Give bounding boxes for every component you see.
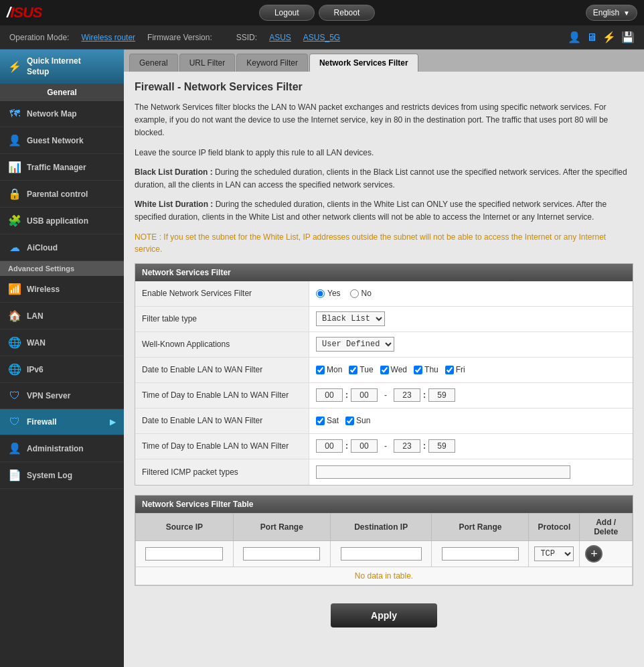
ssid1-value: ASUS [269, 33, 291, 42]
no-data-row: No data in table. [136, 567, 633, 585]
weekday-to-hour[interactable] [394, 388, 420, 402]
dest-ip-input[interactable] [341, 547, 422, 561]
col-port-range-src: Port Range [233, 513, 330, 540]
cell-add-delete: + [580, 540, 633, 567]
sun-checkbox[interactable] [345, 417, 354, 425]
tue-checkbox[interactable] [349, 366, 357, 374]
add-row-button[interactable]: + [585, 545, 602, 563]
port-range-src-input[interactable] [243, 547, 320, 561]
sidebar-item-firewall[interactable]: 🛡 Firewall [0, 409, 124, 435]
guest-network-icon: 👤 [8, 134, 21, 147]
filter-table-header: Network Services Filter Table [135, 496, 633, 513]
tab-keyword-filter[interactable]: Keyword Filter [236, 54, 308, 72]
enable-filter-no-radio[interactable] [350, 289, 359, 298]
tab-general[interactable]: General [129, 54, 178, 72]
screen-icon: 🖥 [586, 31, 597, 44]
sidebar-item-wireless[interactable]: 📶 Wireless [0, 276, 124, 303]
disk-icon: 💾 [621, 31, 635, 44]
apply-button[interactable]: Apply [331, 603, 437, 627]
col-source-ip: Source IP [136, 513, 234, 540]
icmp-input[interactable] [316, 465, 570, 479]
enable-filter-yes[interactable]: Yes [316, 289, 341, 298]
sidebar-item-system-log[interactable]: 📄 System Log [0, 462, 124, 489]
weekday-from-minute[interactable] [351, 388, 378, 402]
sidebar-item-traffic-manager[interactable]: 📊 Traffic Manager [0, 154, 124, 181]
tabs-bar: General URL Filter Keyword Filter Networ… [124, 50, 644, 72]
enable-filter-row: Enable Network Services Filter Yes No [135, 281, 633, 307]
language-selector[interactable]: English ▼ [586, 5, 637, 21]
aicloud-icon: ☁ [8, 241, 21, 254]
wed-checkbox-item[interactable]: Wed [380, 365, 407, 374]
description-2: Leave the source IP field blank to apply… [135, 147, 633, 159]
filter-table-type-select[interactable]: Black List White List [316, 311, 385, 326]
sidebar-item-usb-application[interactable]: 🧩 USB application [0, 208, 124, 234]
thu-checkbox[interactable] [414, 366, 422, 374]
mon-checkbox[interactable] [316, 366, 325, 374]
quick-internet-setup[interactable]: ⚡ Quick InternetSetup [0, 50, 124, 84]
sidebar-item-administration[interactable]: 👤 Administration [0, 435, 124, 462]
cell-source-ip [136, 540, 234, 567]
traffic-manager-icon: 📊 [8, 161, 21, 173]
parental-control-icon: 🔒 [8, 188, 21, 200]
sidebar-item-label: Network Map [27, 109, 77, 119]
fri-checkbox[interactable] [445, 366, 454, 374]
wan-icon: 🌐 [8, 336, 21, 349]
sun-checkbox-item[interactable]: Sun [345, 416, 370, 425]
sidebar-item-aicloud[interactable]: ☁ AiCloud [0, 234, 124, 261]
sidebar-item-parental-control[interactable]: 🔒 Parental control [0, 181, 124, 208]
tue-checkbox-item[interactable]: Tue [349, 365, 373, 374]
operation-mode-value: Wireless router [81, 33, 135, 42]
sidebar-item-lan[interactable]: 🏠 LAN [0, 303, 124, 329]
source-ip-input[interactable] [145, 547, 223, 561]
fri-checkbox-item[interactable]: Fri [445, 365, 465, 374]
sidebar-item-vpn-server[interactable]: 🛡 VPN Server [0, 383, 124, 409]
wireless-icon: 📶 [8, 283, 21, 295]
ssid2-value: ASUS_5G [303, 33, 340, 42]
reboot-button[interactable]: Reboot [319, 5, 376, 21]
sidebar-item-wan[interactable]: 🌐 WAN [0, 329, 124, 356]
sidebar-item-guest-network[interactable]: 👤 Guest Network [0, 127, 124, 154]
page-content: Firewall - Network Services Filter The N… [124, 72, 644, 645]
logout-button[interactable]: Logout [259, 5, 315, 21]
sidebar-item-network-map[interactable]: 🗺 Network Map [0, 101, 124, 127]
thu-checkbox-item[interactable]: Thu [414, 365, 438, 374]
enable-filter-yes-radio[interactable] [316, 289, 325, 298]
sidebar-item-label: USB application [27, 216, 88, 226]
filter-table-section: Network Services Filter Table Source IP … [135, 495, 633, 586]
note-text: NOTE : If you set the subnet for the Whi… [135, 231, 633, 255]
time-weekdays-group: : - : [316, 388, 455, 402]
tab-network-services-filter[interactable]: Network Services Filter [309, 54, 418, 72]
tab-url-filter[interactable]: URL Filter [179, 54, 236, 72]
lan-icon: 🏠 [8, 309, 21, 322]
icmp-label: Filtered ICMP packet types [135, 459, 309, 485]
weekdays-checkbox-group: Mon Tue Wed Thu Fri [316, 365, 465, 374]
table-row-input: TCP UDP BOTH + [136, 540, 633, 567]
weekend-to-minute[interactable] [428, 439, 455, 453]
sat-checkbox[interactable] [316, 417, 325, 425]
well-known-apps-row: Well-Known Applications User Defined HTT… [135, 332, 633, 358]
wed-checkbox[interactable] [380, 366, 389, 374]
sidebar-item-label: IPv6 [27, 365, 44, 374]
enable-filter-no[interactable]: No [350, 289, 372, 298]
weekend-from-hour[interactable] [316, 439, 343, 453]
cell-port-range-dst [432, 540, 529, 567]
well-known-apps-select[interactable]: User Defined HTTP FTP HTTPS DNS SMTP POP… [316, 337, 394, 352]
weekday-to-minute[interactable] [428, 388, 455, 402]
weekend-from-minute[interactable] [351, 439, 378, 453]
advanced-settings-label: Advanced Settings [0, 261, 124, 276]
sidebar-item-label: Firewall [27, 417, 57, 427]
protocol-select[interactable]: TCP UDP BOTH [534, 546, 574, 561]
sidebar-item-label: Guest Network [27, 136, 84, 145]
blacklist-info: Black List Duration : During the schedul… [135, 166, 633, 192]
person-icon: 👤 [568, 31, 581, 44]
description-1: The Network Services filter blocks the L… [135, 101, 633, 140]
mon-checkbox-item[interactable]: Mon [316, 365, 342, 374]
filter-table-type-value: Black List White List [309, 307, 633, 330]
sat-checkbox-item[interactable]: Sat [316, 416, 339, 425]
sidebar-item-ipv6[interactable]: 🌐 IPv6 [0, 356, 124, 383]
weekend-to-hour[interactable] [394, 439, 420, 453]
time-wan-weekend-value: : - : [309, 435, 633, 457]
sidebar: ⚡ Quick InternetSetup General 🗺 Network … [0, 50, 124, 667]
port-range-dst-input[interactable] [442, 547, 519, 561]
weekday-from-hour[interactable] [316, 388, 343, 402]
